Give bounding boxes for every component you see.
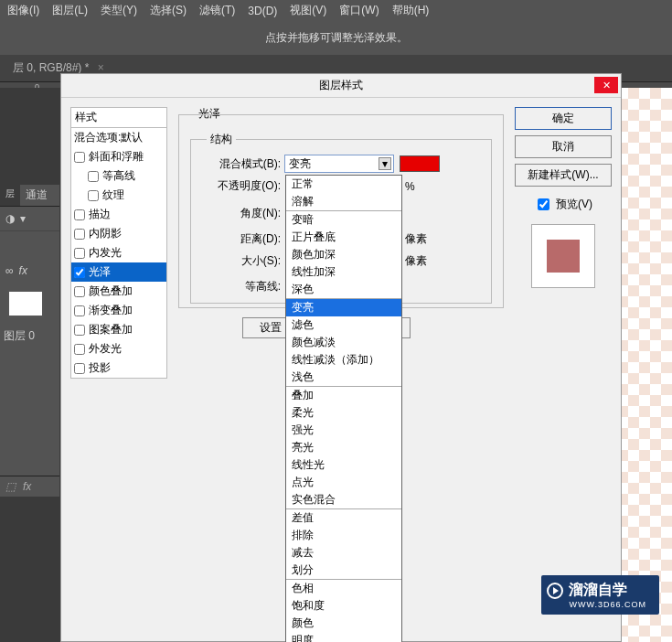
tab-label: 层 0, RGB/8#) *	[13, 61, 89, 74]
check-pattern-overlay[interactable]	[74, 325, 85, 336]
blend-option[interactable]: 正常	[286, 176, 401, 193]
style-texture[interactable]: 纹理	[71, 186, 166, 205]
check-drop-shadow[interactable]	[74, 363, 85, 374]
dialog-buttons: 确定 取消 新建样式(W)... 预览(V)	[515, 107, 612, 632]
blend-option[interactable]: 颜色	[286, 615, 401, 632]
label-inner-shadow: 内阴影	[89, 226, 122, 241]
blend-option[interactable]: 溶解	[286, 193, 401, 210]
fx-icon[interactable]: fx	[19, 264, 27, 277]
fx-icon[interactable]: fx	[23, 480, 31, 493]
blend-option[interactable]: 实色混合	[286, 491, 401, 508]
blend-option[interactable]: 减去	[286, 544, 401, 562]
blend-option[interactable]: 变暗	[286, 211, 401, 229]
filter-icon[interactable]: ◑	[5, 212, 15, 225]
label-pattern-overlay: 图案叠加	[89, 322, 133, 337]
menu-layer[interactable]: 图层(L)	[52, 3, 88, 18]
label-outer-glow: 外发光	[89, 341, 122, 357]
chevron-down-icon[interactable]: ▾	[379, 157, 391, 170]
dialog-title: 图层样式	[319, 79, 363, 91]
play-icon	[547, 583, 563, 599]
blend-option[interactable]: 色相	[286, 580, 401, 597]
size-unit: 像素	[405, 253, 427, 269]
check-bevel[interactable]	[74, 152, 85, 163]
menu-select[interactable]: 选择(S)	[150, 3, 187, 18]
style-contour[interactable]: 等高线	[71, 166, 166, 186]
panel-tab-channel[interactable]: 通道	[20, 185, 53, 206]
tab-close-icon[interactable]: ×	[98, 61, 104, 74]
check-color-overlay[interactable]	[74, 286, 85, 297]
panel-tab-layer[interactable]: 层	[0, 185, 20, 206]
blend-option[interactable]: 颜色减淡	[286, 334, 401, 351]
blend-option[interactable]: 柔光	[286, 404, 401, 422]
blend-option[interactable]: 差值	[286, 509, 401, 527]
blend-option[interactable]: 正片叠底	[286, 229, 401, 246]
blend-option[interactable]: 线性加深	[286, 263, 401, 281]
style-gradient-overlay[interactable]: 渐变叠加	[71, 301, 166, 320]
menu-filter[interactable]: 滤镜(T)	[199, 3, 235, 18]
new-style-button[interactable]: 新建样式(W)...	[515, 164, 612, 187]
check-gradient-overlay[interactable]	[74, 305, 85, 316]
blend-mode-value: 变亮	[289, 156, 311, 172]
blend-option[interactable]: 强光	[286, 422, 401, 439]
label-stroke: 描边	[89, 207, 111, 222]
menu-window[interactable]: 窗口(W)	[339, 3, 379, 18]
style-drop-shadow[interactable]: 投影	[71, 358, 166, 378]
check-satin[interactable]	[74, 267, 85, 278]
blend-option[interactable]: 排除	[286, 527, 401, 544]
style-inner-glow[interactable]: 内发光	[71, 243, 166, 262]
menu-image[interactable]: 图像(I)	[7, 3, 39, 18]
panel-bottom: ⬚ fx	[0, 476, 59, 497]
cancel-button[interactable]: 取消	[515, 135, 612, 158]
check-outer-glow[interactable]	[74, 344, 85, 355]
style-color-overlay[interactable]: 颜色叠加	[71, 282, 166, 301]
blend-option[interactable]: 线性光	[286, 456, 401, 474]
style-stroke[interactable]: 描边	[71, 205, 166, 224]
blend-mode-combo[interactable]: 变亮 ▾	[284, 155, 394, 173]
link-icon[interactable]: ∞	[5, 264, 14, 277]
blending-options[interactable]: 混合选项:默认	[71, 128, 166, 147]
layer-name[interactable]: 图层 0	[0, 325, 59, 348]
blend-option[interactable]: 颜色加深	[286, 246, 401, 263]
opacity-unit: %	[405, 180, 415, 193]
check-inner-glow[interactable]	[74, 248, 85, 259]
style-pattern-overlay[interactable]: 图案叠加	[71, 320, 166, 339]
preview-label: 预览(V)	[556, 197, 592, 212]
style-outer-glow[interactable]: 外发光	[71, 339, 166, 358]
blend-option[interactable]: 划分	[286, 562, 401, 579]
preview-checkbox[interactable]	[538, 198, 549, 210]
layer-style-dialog: 图层样式 ✕ 样式 混合选项:默认 斜面和浮雕 等高线 纹理 描边 内阴影 内发…	[60, 73, 622, 642]
styles-header[interactable]: 样式	[70, 107, 167, 128]
check-stroke[interactable]	[74, 209, 85, 220]
blend-option[interactable]: 深色	[286, 281, 401, 298]
menu-type[interactable]: 类型(Y)	[101, 3, 137, 18]
blend-option[interactable]: 饱和度	[286, 597, 401, 615]
menu-help[interactable]: 帮助(H)	[392, 3, 430, 18]
contour-label: 等高线:	[195, 279, 284, 294]
blend-option[interactable]: 浅色	[286, 369, 401, 386]
check-inner-shadow[interactable]	[74, 229, 85, 240]
preview-toggle[interactable]: 预览(V)	[515, 196, 612, 213]
style-bevel[interactable]: 斜面和浮雕	[71, 147, 166, 166]
blend-option[interactable]: 线性减淡（添加）	[286, 351, 401, 369]
style-satin[interactable]: 光泽	[71, 262, 166, 282]
blend-option[interactable]: 变亮	[286, 299, 401, 316]
dialog-close-button[interactable]: ✕	[594, 77, 618, 93]
color-swatch[interactable]	[400, 155, 440, 172]
link-icon[interactable]: ⬚	[5, 480, 16, 493]
dropdown-icon[interactable]: ▾	[20, 212, 26, 225]
satin-settings: 光泽 结构 混合模式(B): 变亮 ▾ 不透明度(O): %	[178, 107, 504, 632]
blend-option[interactable]: 点光	[286, 474, 401, 491]
style-inner-shadow[interactable]: 内阴影	[71, 224, 166, 243]
ok-button[interactable]: 确定	[515, 107, 612, 130]
menu-view[interactable]: 视图(V)	[290, 3, 326, 18]
blend-option[interactable]: 明度	[286, 632, 401, 642]
blend-option[interactable]: 滤色	[286, 316, 401, 334]
layer-thumbnail[interactable]	[7, 290, 44, 317]
blend-option[interactable]: 亮光	[286, 439, 401, 456]
label-color-overlay: 颜色叠加	[89, 284, 133, 299]
check-texture[interactable]	[88, 190, 99, 201]
blend-option[interactable]: 叠加	[286, 387, 401, 404]
menu-3d[interactable]: 3D(D)	[248, 5, 277, 17]
check-contour[interactable]	[88, 171, 99, 182]
blend-mode-dropdown[interactable]: 正常溶解变暗正片叠底颜色加深线性加深深色变亮滤色颜色减淡线性减淡（添加）浅色叠加…	[285, 175, 402, 642]
